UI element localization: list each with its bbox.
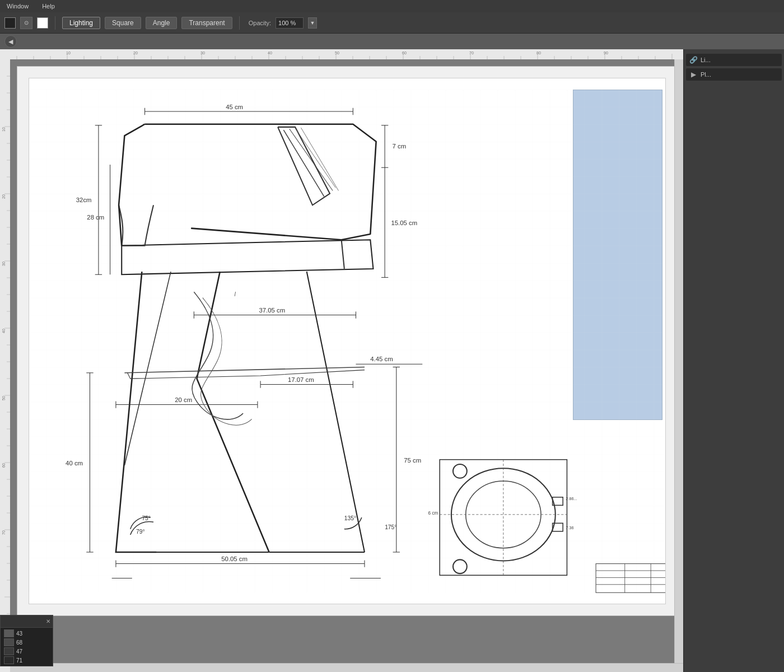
list-item[interactable]: 71 [2,656,52,665]
palette-num: 47 [16,648,22,655]
svg-text:50: 50 [2,396,6,400]
toolbar-icon-btn-1[interactable]: ⊙ [20,17,32,29]
toolbar-sep-1 [55,16,55,30]
svg-rect-0 [0,49,683,59]
svg-text:50.05 cm: 50.05 cm [221,556,248,562]
palette-rows: 43 68 47 71 [1,628,53,666]
list-item[interactable]: 43 [2,629,52,638]
svg-text:30: 30 [2,262,6,266]
svg-text:80: 80 [536,51,541,55]
sub-toolbar: ◀ [0,34,784,49]
svg-text:20: 20 [133,51,138,55]
toolbar-color-light [37,17,48,29]
svg-text:20: 20 [2,194,6,199]
svg-text:20 cm: 20 cm [175,396,192,403]
svg-text:15.05 cm: 15.05 cm [391,220,417,226]
palette-header: ✕ [1,615,53,628]
panel-link-item[interactable]: 🔗 Li... [686,54,782,66]
svg-text:6 cm: 6 cm [428,511,438,516]
palette-num: 68 [16,640,22,646]
palette-color-swatch [4,638,14,646]
drawing-paper: 45 cm 37.05 cm 7 cm 15.05 cm [17,66,678,616]
panel-play-item[interactable]: ▶ Pl... [686,68,782,81]
inner-paper: 45 cm 37.05 cm 7 cm 15.05 cm [29,78,666,604]
square-btn[interactable]: Square [105,17,141,29]
svg-text:7 cm: 7 cm [393,143,407,150]
svg-text:37.05 cm: 37.05 cm [259,307,285,314]
svg-text:70: 70 [469,51,474,55]
lighting-btn[interactable]: Lighting [62,17,100,29]
menu-bar: Window Help [0,0,784,12]
svg-text:2.86...: 2.86... [566,496,577,501]
svg-text:40 cm: 40 cm [66,460,83,466]
toolbar-color-dark [4,17,16,29]
opacity-arrow[interactable]: ▼ [308,17,317,29]
nav-back-btn[interactable]: ◀ [4,35,17,48]
list-item[interactable]: 68 [2,638,52,647]
toolbar: ⊙ Lighting Square Angle Transparent Opac… [0,12,784,34]
opacity-label: Opacity: [249,20,271,26]
svg-text:175°: 175° [385,524,396,530]
menu-window[interactable]: Window [4,2,31,11]
opacity-input[interactable] [276,17,304,29]
svg-text:45 cm: 45 cm [226,104,243,110]
svg-text:30: 30 [200,51,205,55]
ruler-top: 10 20 30 40 50 60 70 80 90 [0,49,683,59]
angle-btn[interactable]: Angle [146,17,178,29]
svg-text:4.45 cm: 4.45 cm [370,356,393,362]
svg-text:10: 10 [2,127,6,132]
right-panel: 🔗 Li... ▶ Pl... [683,49,784,672]
palette-color-swatch [4,629,14,637]
svg-text:50: 50 [335,51,339,55]
menu-help[interactable]: Help [40,2,57,11]
svg-text:60: 60 [402,51,407,55]
palette-close-btn[interactable]: ✕ [46,618,50,624]
chair-drawing: 45 cm 37.05 cm 7 cm 15.05 cm [29,78,665,604]
palette-num: 71 [16,657,22,664]
svg-text:60: 60 [2,463,6,468]
canvas-area[interactable]: 10 20 30 40 50 60 70 80 90 [0,49,683,672]
svg-text:90: 90 [604,51,608,55]
svg-text:7.36: 7.36 [566,525,573,530]
svg-text:75°: 75° [142,515,151,521]
palette-color-swatch [4,656,14,664]
svg-text:70: 70 [2,530,6,535]
panel-link-label: Li... [701,57,711,63]
toolbar-sep-2 [239,16,240,30]
list-item[interactable]: 47 [2,647,52,656]
svg-text:79°: 79° [136,529,145,535]
link-icon: 🔗 [689,56,697,64]
bottom-palette: ✕ 43 68 47 71 [0,615,53,666]
main-area: 10 20 30 40 50 60 70 80 90 [0,49,784,672]
svg-text:17.07 cm: 17.07 cm [288,376,314,383]
palette-num: 43 [16,631,22,637]
transparent-btn[interactable]: Transparent [181,17,232,29]
palette-color-swatch [4,647,14,655]
play-icon: ▶ [689,71,697,78]
ruler-left: 10 20 30 40 50 60 70 [0,59,10,672]
svg-text:75 cm: 75 cm [404,457,421,464]
svg-text:28 cm: 28 cm [87,214,104,221]
svg-text:135°: 135° [344,515,356,521]
svg-text:32cm: 32cm [76,197,92,203]
svg-text:40: 40 [2,329,6,333]
bottom-scrollbar[interactable] [10,663,683,672]
svg-text:10: 10 [66,51,71,55]
panel-play-label: Pl... [701,71,711,78]
right-scrollbar[interactable] [674,59,683,663]
svg-text:40: 40 [268,51,272,55]
